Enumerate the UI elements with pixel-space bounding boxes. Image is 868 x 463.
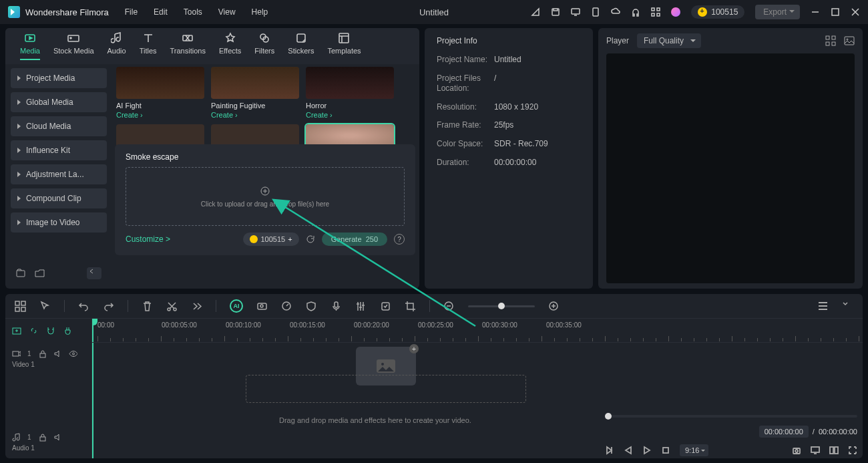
audio-track-header[interactable]: 1 Audio 1: [5, 426, 91, 458]
sidebar-item-adjustment[interactable]: Adjustment La...: [11, 164, 107, 184]
pointer-icon[interactable]: [39, 301, 51, 312]
screen2-icon[interactable]: [811, 446, 820, 455]
generate-button[interactable]: Generate 250: [322, 233, 387, 246]
refresh-icon[interactable]: [306, 235, 315, 244]
menu-file[interactable]: File: [125, 7, 138, 17]
sidebar-item-project-media[interactable]: Project Media: [11, 68, 107, 88]
maximize-icon[interactable]: [831, 7, 840, 17]
customize-link[interactable]: Customize >: [126, 235, 170, 244]
menu-help[interactable]: Help: [252, 7, 268, 17]
tab-audio[interactable]: Audio: [107, 32, 126, 59]
lock-icon[interactable]: [38, 349, 47, 358]
open-folder-icon[interactable]: [35, 268, 45, 279]
delete-icon[interactable]: [142, 301, 153, 312]
image-icon[interactable]: [844, 35, 855, 46]
crop-icon[interactable]: [405, 301, 416, 312]
new-folder-icon[interactable]: [16, 268, 27, 279]
fullscreen-icon[interactable]: [848, 446, 857, 455]
avatar[interactable]: [671, 7, 680, 17]
svg-rect-16: [17, 271, 25, 277]
cloud-icon[interactable]: [611, 7, 620, 17]
collapse-sidebar[interactable]: [87, 267, 101, 279]
speed-icon[interactable]: [281, 301, 292, 312]
cut-icon[interactable]: [166, 301, 178, 312]
mute-icon[interactable]: [53, 433, 62, 442]
play-back-icon[interactable]: [624, 446, 633, 455]
undo-icon[interactable]: [78, 301, 89, 312]
plug-icon[interactable]: [62, 326, 72, 336]
add-track-icon[interactable]: [12, 326, 22, 336]
sidebar-item-global-media[interactable]: Global Media: [11, 92, 107, 112]
export-button[interactable]: Export: [755, 5, 800, 19]
close-icon[interactable]: [851, 7, 860, 17]
sidebar-item-influence-kit[interactable]: Influence Kit: [11, 140, 107, 160]
tab-stock[interactable]: Stock Media: [53, 32, 94, 59]
template-card[interactable]: HorrorCreate ›: [306, 67, 394, 119]
screen-icon[interactable]: [571, 7, 580, 17]
tab-stickers[interactable]: Stickers: [288, 32, 314, 59]
zoom-in-icon[interactable]: [548, 301, 560, 312]
sidebar-item-compound[interactable]: Compound Clip: [11, 188, 107, 208]
dropzone[interactable]: Click to upload or drag and drop file(s)…: [126, 167, 405, 226]
grid-icon[interactable]: [825, 35, 836, 46]
menu-edit[interactable]: Edit: [154, 7, 168, 17]
drop-target[interactable]: [246, 375, 526, 403]
template-card[interactable]: AI FightCreate ›: [116, 67, 204, 119]
app-logo: [8, 6, 20, 18]
device-icon[interactable]: [591, 7, 600, 17]
menu-view[interactable]: View: [218, 7, 236, 17]
tab-titles[interactable]: Titles: [140, 32, 157, 59]
tab-transitions[interactable]: Transitions: [170, 32, 206, 59]
template-card[interactable]: [211, 124, 299, 147]
ruler[interactable]: 00:0000:00:05:0000:00:10:0000:00:15:0000…: [92, 319, 863, 343]
credits-badge[interactable]: 100515: [691, 5, 744, 19]
chevron-down-icon[interactable]: [842, 301, 853, 312]
shield-icon[interactable]: [306, 301, 317, 312]
send-icon[interactable]: [531, 7, 540, 17]
help-icon[interactable]: ?: [394, 234, 405, 245]
document-title: Untitled: [419, 7, 449, 17]
lock-icon[interactable]: [38, 433, 47, 442]
template-card-selected[interactable]: [306, 124, 394, 147]
zoom-out-icon[interactable]: [443, 301, 455, 312]
template-card[interactable]: [116, 124, 204, 147]
mic-icon[interactable]: [331, 301, 342, 312]
timeline-options-icon[interactable]: [817, 301, 829, 312]
headphones-icon[interactable]: [631, 7, 640, 17]
layout-icon[interactable]: [15, 301, 26, 312]
compare-icon[interactable]: [829, 446, 839, 455]
minimize-icon[interactable]: [811, 7, 820, 17]
player-canvas[interactable]: [606, 53, 855, 283]
redo-icon[interactable]: [103, 301, 114, 312]
quality-select[interactable]: Full Quality: [637, 33, 701, 48]
save-icon[interactable]: [551, 7, 560, 17]
player-scrubber[interactable]: [605, 415, 857, 418]
svg-point-43: [381, 363, 384, 365]
camera-icon[interactable]: [256, 301, 268, 312]
tab-effects[interactable]: Effects: [219, 32, 241, 59]
zoom-slider[interactable]: [468, 305, 535, 307]
mute-icon[interactable]: [53, 349, 62, 358]
credits-pill[interactable]: 100515+: [243, 233, 298, 246]
prev-frame-icon[interactable]: [605, 446, 614, 455]
apps-icon[interactable]: [651, 7, 660, 17]
tab-templates[interactable]: Templates: [327, 32, 361, 59]
magnet-icon[interactable]: [45, 326, 55, 336]
video-track-header[interactable]: 1 Video 1: [5, 343, 91, 375]
eye-icon[interactable]: [69, 349, 77, 358]
menu-tools[interactable]: Tools: [184, 7, 202, 17]
sidebar-item-cloud-media[interactable]: Cloud Media: [11, 116, 107, 136]
tab-media[interactable]: Media: [20, 32, 40, 60]
more-icon[interactable]: [191, 301, 202, 312]
tab-filters[interactable]: Filters: [254, 32, 274, 59]
mixer-icon[interactable]: [355, 301, 367, 312]
snapshot-icon[interactable]: [792, 446, 801, 455]
link-icon[interactable]: [29, 326, 39, 336]
ai-button[interactable]: AI: [230, 299, 243, 313]
stop-icon[interactable]: [661, 446, 670, 455]
template-card[interactable]: Painting FugitiveCreate ›: [211, 67, 299, 119]
play-icon[interactable]: [642, 446, 652, 455]
sidebar-item-image-to-video[interactable]: Image to Video: [11, 212, 107, 233]
aspect-select[interactable]: 9:16: [680, 444, 708, 456]
marker-icon[interactable]: [380, 301, 391, 312]
